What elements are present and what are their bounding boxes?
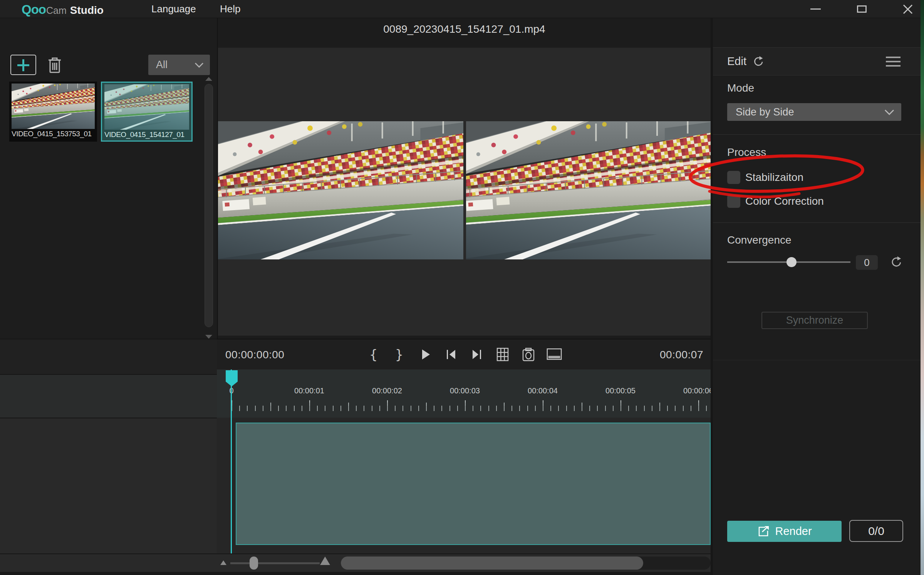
maximize-icon — [857, 5, 867, 13]
next-frame-icon — [470, 348, 483, 361]
video-clip[interactable] — [236, 423, 711, 545]
media-scrollbar[interactable] — [204, 77, 214, 339]
convergence-value[interactable]: 0 — [856, 255, 878, 270]
ruler-label-1: 00:00:01 — [294, 386, 324, 395]
delete-trash-icon[interactable] — [46, 56, 63, 74]
timeline-zoom-slider[interactable] — [230, 562, 320, 564]
minimize-button[interactable] — [802, 0, 829, 18]
play-button[interactable] — [418, 347, 433, 362]
menu-language[interactable]: Language — [151, 3, 196, 15]
current-filename: 0089_20230415_154127_01.mp4 — [218, 23, 711, 39]
section-divider — [713, 360, 921, 360]
fullscreen-button[interactable] — [547, 347, 562, 362]
current-timecode: 00:00:00:00 — [225, 339, 284, 370]
hamburger-icon — [886, 57, 901, 58]
ruler-label-6: 00:00:06 — [683, 386, 711, 395]
selection-tint — [104, 84, 189, 130]
camera-icon — [521, 347, 536, 362]
previous-frame-button[interactable] — [443, 347, 459, 362]
previous-frame-icon — [444, 348, 458, 361]
stabilization-option[interactable]: Stabilizaiton — [727, 171, 803, 184]
edit-panel-header: Edit — [713, 47, 921, 75]
process-label: Process — [727, 146, 766, 159]
transport-bar: 00:00:00:00 { } 00:00:07 — [217, 339, 711, 369]
duration-timecode: 00:00:07 — [660, 339, 703, 370]
synchronize-label: Synchronize — [786, 314, 844, 326]
close-button[interactable] — [894, 0, 921, 18]
minimize-icon — [810, 8, 821, 10]
section-divider — [713, 222, 921, 223]
timeline[interactable]: 0 00:00:01 00:00:02 00:00:03 00:00:04 00… — [217, 369, 711, 553]
timeline-track-area[interactable] — [217, 418, 711, 553]
timeline-zoom-out-icon[interactable] — [220, 560, 226, 565]
app-window: QooCamStudio Language Help All — [0, 0, 924, 575]
chevron-down-icon — [195, 62, 204, 68]
mark-in-button[interactable]: { — [366, 347, 381, 362]
scroll-up-icon[interactable] — [205, 77, 212, 81]
media-filter-dropdown[interactable]: All — [148, 55, 210, 75]
snapshot-button[interactable] — [521, 347, 536, 362]
edit-panel-title: Edit — [727, 55, 746, 68]
synchronize-button[interactable]: Synchronize — [761, 312, 868, 329]
mode-label: Mode — [727, 82, 754, 94]
logo-studio: Studio — [70, 4, 104, 17]
scroll-down-icon[interactable] — [205, 335, 212, 339]
mark-out-button[interactable]: } — [392, 347, 407, 362]
render-queue-counter: 0/0 — [849, 520, 903, 542]
stabilization-checkbox[interactable] — [727, 171, 740, 184]
convergence-slider-thumb[interactable] — [786, 257, 797, 267]
panel-menu-button[interactable] — [886, 54, 901, 69]
color-correction-label: Color Correction — [745, 195, 824, 207]
edit-panel: Edit Mode Side by Side Process Stabiliza… — [713, 18, 921, 575]
menu-help[interactable]: Help — [220, 3, 240, 15]
track-header-row-3 — [0, 418, 217, 553]
mode-dropdown[interactable]: Side by Side — [727, 103, 901, 121]
media-item-label: VIDEO_0415_154127_01 — [104, 130, 189, 139]
maximize-button[interactable] — [848, 0, 875, 18]
grid-view-button[interactable] — [495, 347, 510, 362]
scrollbar-thumb[interactable] — [205, 84, 213, 327]
media-filter-value: All — [156, 59, 168, 71]
stabilization-label: Stabilizaiton — [745, 171, 803, 184]
track-header-row-1 — [0, 339, 217, 374]
timeline-scrollbar-thumb[interactable] — [341, 557, 643, 570]
media-thumbnail — [12, 84, 95, 129]
timeline-zoom-in-icon[interactable] — [320, 557, 330, 565]
timeline-zoom-thumb[interactable] — [250, 557, 258, 570]
logo-cam: Cam — [46, 5, 67, 16]
ruler-label-2: 00:00:02 — [372, 386, 402, 395]
mark-out-icon: } — [395, 347, 404, 362]
mark-in-icon: { — [369, 347, 378, 362]
color-correction-checkbox[interactable] — [727, 195, 740, 208]
add-media-button[interactable] — [10, 55, 36, 75]
media-item-2-selected[interactable]: VIDEO_0415_154127_01 — [101, 82, 193, 142]
chevron-down-icon — [884, 109, 894, 115]
reset-edit-icon[interactable] — [752, 55, 764, 68]
color-correction-option[interactable]: Color Correction — [727, 195, 824, 208]
media-thumbnail — [104, 84, 189, 130]
desktop-edge-sliver — [921, 0, 924, 575]
timeline-ruler[interactable]: 0 00:00:01 00:00:02 00:00:03 00:00:04 00… — [217, 369, 711, 418]
ruler-label-3: 00:00:03 — [450, 386, 480, 395]
mode-value: Side by Side — [736, 106, 794, 118]
media-item-1[interactable]: VIDEO_0415_153753_01 — [9, 82, 97, 142]
reset-convergence-icon[interactable] — [889, 256, 902, 269]
next-frame-button[interactable] — [469, 347, 485, 362]
render-label: Render — [775, 525, 812, 538]
render-button[interactable]: Render — [727, 521, 842, 542]
preview-right-eye — [466, 121, 711, 259]
title-bar: QooCamStudio Language Help — [0, 0, 924, 18]
ruler-ticks-minor — [231, 406, 711, 411]
track-header-row-2 — [0, 374, 217, 418]
letterbox-icon — [547, 348, 562, 361]
export-icon — [757, 525, 770, 538]
timeline-scrollbar[interactable] — [341, 557, 711, 570]
grid-icon — [495, 347, 510, 362]
media-library-panel: All VIDEO_0415_153753_01 VIDEO_0415_1541… — [0, 18, 217, 339]
close-icon — [902, 4, 913, 15]
timeline-bottom-bar — [0, 553, 711, 575]
app-logo: QooCamStudio — [22, 2, 104, 17]
media-item-label: VIDEO_0415_153753_01 — [12, 130, 95, 138]
convergence-slider[interactable] — [727, 261, 850, 263]
playhead-line[interactable] — [231, 369, 232, 553]
